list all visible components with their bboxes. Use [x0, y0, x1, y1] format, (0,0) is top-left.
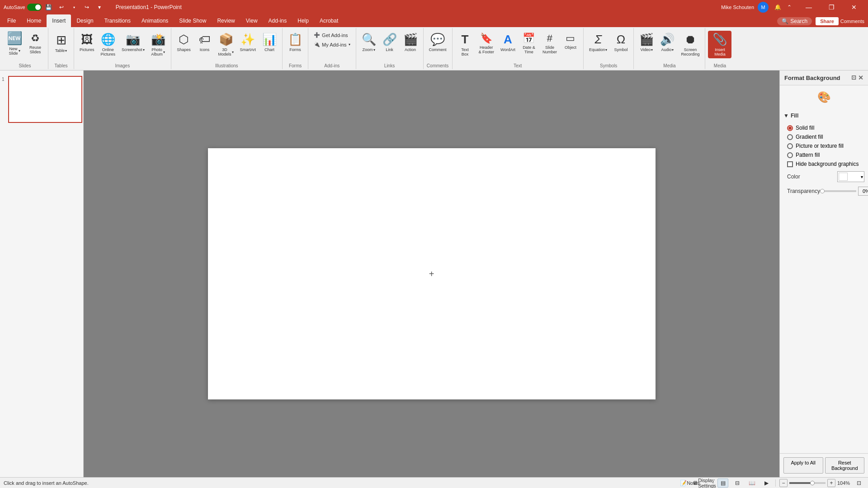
normal-view-button[interactable]: ▤	[717, 479, 728, 488]
insert-media-button[interactable]: 📎 InsertMedia	[708, 31, 731, 58]
forms-button[interactable]: 📋 Forms	[285, 31, 305, 54]
comment-label: Comment	[429, 47, 447, 52]
date-time-button[interactable]: 📅 Date &Time	[519, 31, 539, 56]
hide-background-checkbox[interactable]	[787, 161, 793, 167]
color-picker-button[interactable]: ▾	[837, 171, 864, 182]
fill-section-header[interactable]: ▼ Fill	[783, 111, 864, 121]
header-footer-button[interactable]: 🔖 Header& Footer	[476, 31, 497, 56]
minimize-button[interactable]: —	[798, 0, 819, 14]
save-button[interactable]: 💾	[43, 2, 54, 13]
slide-sorter-button[interactable]: ⊟	[732, 479, 743, 488]
zoom-button[interactable]: 🔍 Zoom ▾	[359, 31, 379, 54]
3d-models-button[interactable]: 📦 3DModels ▾	[216, 31, 236, 58]
tab-design[interactable]: Design	[71, 14, 99, 27]
reset-background-button[interactable]: Reset Background	[825, 457, 865, 474]
icons-button[interactable]: 🏷 Icons	[195, 31, 215, 54]
redo-button[interactable]: ↪	[81, 2, 92, 13]
restore-button[interactable]: ❐	[821, 0, 842, 14]
reuse-slides-button[interactable]: ♻ ReuseSlides	[25, 31, 45, 56]
tab-review[interactable]: Review	[212, 14, 240, 27]
tab-transitions[interactable]: Transitions	[99, 14, 136, 27]
table-label: Table ▾	[55, 48, 67, 53]
slide-number-button[interactable]: # SlideNumber	[540, 31, 560, 56]
tab-file[interactable]: File	[2, 14, 21, 27]
share-button[interactable]: Share	[816, 17, 839, 25]
tab-addins[interactable]: Add-ins	[263, 14, 292, 27]
tab-insert[interactable]: Insert	[47, 14, 71, 27]
gradient-fill-radio[interactable]	[787, 134, 793, 140]
shapes-button[interactable]: ⬡ Shapes	[174, 31, 194, 54]
canvas-area[interactable]: +	[84, 70, 779, 477]
chart-button[interactable]: 📊 Chart	[259, 31, 279, 54]
tab-slideshow[interactable]: Slide Show	[174, 14, 212, 27]
link-button[interactable]: 🔗 Link	[380, 31, 400, 54]
solid-fill-radio[interactable]	[787, 125, 793, 131]
expand-icon[interactable]: ⊡	[851, 74, 856, 81]
tab-animations[interactable]: Animations	[136, 14, 174, 27]
tab-acrobat[interactable]: Acrobat	[314, 14, 344, 27]
link-icon: 🔗	[382, 33, 397, 47]
action-button[interactable]: 🎬 Action	[401, 31, 420, 54]
new-slide-button[interactable]: 🆕 NewSlide ▾	[5, 31, 24, 56]
object-button[interactable]: ▭ Object	[561, 31, 580, 52]
zoom-in-button[interactable]: +	[827, 479, 835, 487]
wordart-button[interactable]: A WordArt	[498, 31, 518, 54]
my-addins-button[interactable]: 🔌 My Add-ins ▾	[311, 40, 353, 49]
slideshow-view-button[interactable]: ▶	[761, 479, 772, 488]
3d-models-icon: 📦	[219, 33, 233, 47]
comments-button[interactable]: Comments	[840, 19, 864, 24]
apply-to-all-button[interactable]: Apply to All	[783, 457, 823, 474]
get-addins-button[interactable]: ➕ Get Add-ins	[311, 31, 353, 39]
symbol-button[interactable]: Ω Symbol	[611, 31, 631, 54]
pattern-fill-option[interactable]: Pattern fill	[787, 150, 864, 160]
photo-album-button[interactable]: 📸 PhotoAlbum ▾	[148, 31, 168, 58]
normal-view-icon: ▤	[721, 480, 726, 486]
textbox-button[interactable]: T TextBox	[455, 31, 475, 58]
notification-bell[interactable]: 🔔	[772, 2, 783, 13]
tab-home[interactable]: Home	[21, 14, 47, 27]
slide-canvas[interactable]: +	[208, 148, 656, 399]
video-button[interactable]: 🎬 Video ▾	[637, 31, 656, 54]
color-dropdown-arrow[interactable]: ▾	[861, 174, 863, 179]
transparency-value[interactable]: 0%	[858, 187, 868, 196]
hide-background-option[interactable]: Hide background graphics	[787, 160, 864, 169]
fit-slide-button[interactable]: ⊡	[854, 479, 864, 488]
zoom-slider[interactable]	[789, 482, 826, 484]
zoom-out-button[interactable]: −	[779, 479, 788, 487]
smartart-button[interactable]: ✨ SmartArt	[237, 31, 259, 54]
screenshot-button[interactable]: 📷 Screenshot ▾	[119, 31, 147, 54]
close-panel-button[interactable]: ✕	[858, 74, 863, 81]
pattern-fill-radio[interactable]	[787, 152, 793, 158]
pictures-button[interactable]: 🖼 Pictures	[77, 31, 97, 54]
transparency-slider[interactable]	[820, 190, 856, 192]
illustrations-items: ⬡ Shapes 🏷 Icons 📦 3DModels ▾ ✨ SmartArt…	[174, 29, 280, 62]
display-settings-button[interactable]: 🖥 Display Settings	[699, 479, 710, 488]
solid-fill-option[interactable]: Solid fill	[787, 123, 864, 132]
audio-button[interactable]: 🔊 Audio ▾	[657, 31, 677, 54]
undo-button[interactable]: ↩	[56, 2, 67, 13]
reading-view-button[interactable]: 📖	[746, 479, 757, 488]
customize-qat-button[interactable]: ▾	[94, 2, 105, 13]
table-button[interactable]: ⊞ Table ▾	[51, 31, 71, 55]
comment-button[interactable]: 💬 Comment	[426, 31, 449, 54]
transparency-slider-thumb[interactable]	[820, 189, 825, 193]
comments-items: 💬 Comment	[426, 29, 449, 62]
ribbon-collapse-btn[interactable]: ⌃	[784, 2, 795, 13]
tab-help[interactable]: Help	[292, 14, 314, 27]
search-bar[interactable]: 🔍 Search	[777, 17, 812, 25]
user-avatar[interactable]: M	[758, 2, 769, 13]
screen-recording-button[interactable]: ⏺ ScreenRecording	[678, 31, 702, 58]
equation-button[interactable]: Σ Equation ▾	[586, 31, 610, 54]
slide-thumbnail[interactable]	[8, 76, 82, 123]
zoom-thumb[interactable]	[810, 481, 815, 485]
ribbon-group-tables: ⊞ Table ▾ Tables	[48, 28, 74, 69]
undo-dropdown[interactable]: ▾	[69, 2, 80, 13]
close-button[interactable]: ✕	[844, 0, 864, 14]
picture-texture-radio[interactable]	[787, 143, 793, 149]
gradient-fill-option[interactable]: Gradient fill	[787, 132, 864, 141]
online-pictures-button[interactable]: 🌐 OnlinePictures	[98, 31, 118, 58]
picture-texture-option[interactable]: Picture or texture fill	[787, 141, 864, 150]
reuse-slides-label: ReuseSlides	[29, 45, 41, 54]
tab-view[interactable]: View	[241, 14, 263, 27]
autosave-toggle[interactable]	[27, 4, 42, 11]
